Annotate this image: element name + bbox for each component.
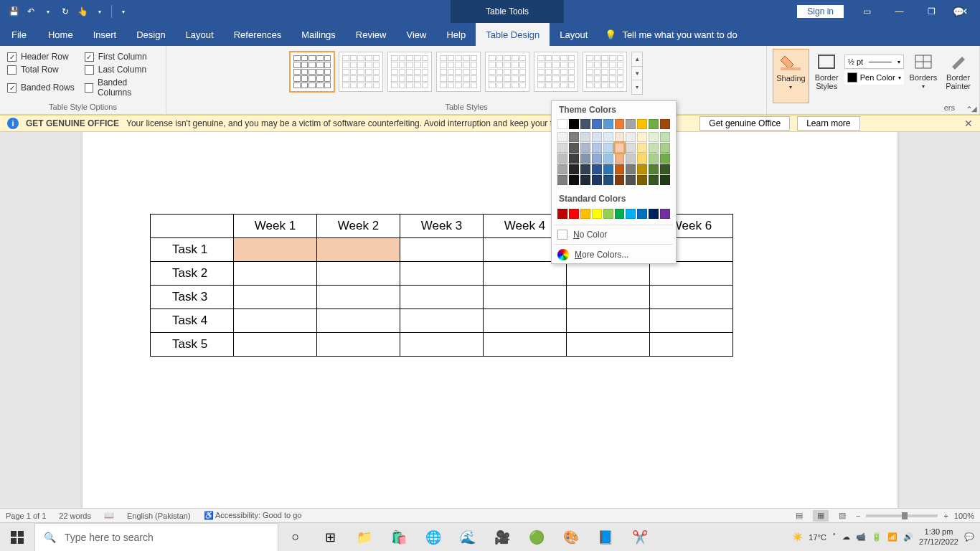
onedrive-icon[interactable]: ☁ bbox=[842, 532, 850, 542]
zoom-level[interactable]: 100% bbox=[954, 512, 974, 520]
qat-customize-icon[interactable]: ▾ bbox=[116, 4, 131, 19]
color-swatch[interactable] bbox=[580, 209, 590, 219]
color-swatch[interactable] bbox=[626, 143, 636, 153]
page[interactable]: Week 1 Week 2 Week 3 Week 4 Week 6 Task … bbox=[83, 132, 897, 508]
checkbox-first-column[interactable]: ✓First Column bbox=[85, 52, 159, 62]
color-swatch[interactable] bbox=[557, 154, 567, 164]
color-swatch[interactable] bbox=[592, 154, 602, 164]
color-swatch[interactable] bbox=[580, 132, 590, 142]
color-swatch[interactable] bbox=[626, 119, 636, 129]
no-color-item[interactable]: No Color bbox=[552, 227, 676, 242]
redo-icon[interactable]: ↻ bbox=[57, 4, 73, 19]
color-swatch[interactable] bbox=[557, 143, 567, 153]
color-swatch[interactable] bbox=[569, 175, 579, 185]
color-swatch[interactable] bbox=[569, 209, 579, 219]
meet-now-icon[interactable]: 📹 bbox=[856, 532, 866, 542]
color-swatch[interactable] bbox=[580, 175, 590, 185]
color-swatch[interactable] bbox=[603, 154, 613, 164]
paint-icon[interactable]: 🎨 bbox=[554, 523, 588, 552]
task-view-icon[interactable]: ⊞ bbox=[313, 523, 347, 552]
cortana-icon[interactable]: ○ bbox=[278, 523, 313, 552]
table-header-cell[interactable]: Week 1 bbox=[234, 215, 317, 238]
checkbox-header-row[interactable]: ✓Header Row bbox=[7, 52, 75, 62]
save-icon[interactable]: 💾 bbox=[6, 4, 22, 19]
web-layout-icon[interactable]: ▧ bbox=[834, 510, 850, 522]
signin-button[interactable]: Sign in bbox=[797, 5, 844, 18]
start-button[interactable] bbox=[0, 523, 34, 552]
color-swatch[interactable] bbox=[603, 164, 613, 174]
color-swatch[interactable] bbox=[615, 154, 625, 164]
table-style-thumb[interactable] bbox=[290, 52, 334, 92]
color-swatch[interactable] bbox=[649, 119, 659, 129]
tab-review[interactable]: Review bbox=[346, 23, 397, 46]
checkbox-last-column[interactable]: Last Column bbox=[85, 65, 159, 75]
battery-icon[interactable]: 🔋 bbox=[872, 532, 882, 542]
color-swatch[interactable] bbox=[603, 143, 613, 153]
color-swatch[interactable] bbox=[592, 132, 602, 142]
color-swatch[interactable] bbox=[557, 209, 567, 219]
zoom-in-icon[interactable]: + bbox=[943, 512, 948, 520]
color-swatch[interactable] bbox=[603, 119, 613, 129]
volume-icon[interactable]: 🔊 bbox=[903, 532, 913, 542]
table-header-cell[interactable] bbox=[151, 215, 234, 238]
color-swatch[interactable] bbox=[626, 164, 636, 174]
tab-layout[interactable]: Layout bbox=[176, 23, 224, 46]
tab-references[interactable]: References bbox=[224, 23, 291, 46]
color-swatch[interactable] bbox=[592, 143, 602, 153]
color-swatch[interactable] bbox=[660, 164, 670, 174]
color-swatch[interactable] bbox=[557, 132, 567, 142]
color-swatch[interactable] bbox=[660, 209, 670, 219]
more-colors-item[interactable]: More Colors... bbox=[552, 246, 676, 263]
color-swatch[interactable] bbox=[592, 119, 602, 129]
qat-dropdown-icon[interactable]: ▾ bbox=[92, 4, 108, 19]
color-swatch[interactable] bbox=[603, 209, 613, 219]
gallery-up-icon[interactable]: ▲ bbox=[632, 52, 642, 67]
color-swatch[interactable] bbox=[649, 154, 659, 164]
tab-view[interactable]: View bbox=[396, 23, 436, 46]
color-swatch[interactable] bbox=[592, 164, 602, 174]
shading-button[interactable]: Shading ▾ bbox=[773, 49, 809, 103]
color-swatch[interactable] bbox=[557, 164, 567, 174]
color-swatch[interactable] bbox=[626, 154, 636, 164]
color-swatch[interactable] bbox=[660, 143, 670, 153]
color-swatch[interactable] bbox=[615, 175, 625, 185]
zoom-out-icon[interactable]: − bbox=[856, 512, 860, 520]
color-swatch[interactable] bbox=[626, 132, 636, 142]
tab-layout-contextual[interactable]: Layout bbox=[550, 23, 598, 46]
collapse-ribbon-icon[interactable]: ⌃ bbox=[966, 105, 973, 115]
tab-design[interactable]: Design bbox=[126, 23, 175, 46]
color-swatch[interactable] bbox=[580, 164, 590, 174]
color-swatch[interactable] bbox=[660, 175, 670, 185]
tab-home[interactable]: Home bbox=[38, 23, 83, 46]
checkbox-banded-rows[interactable]: ✓Banded Rows bbox=[7, 77, 75, 98]
table-style-thumb[interactable] bbox=[583, 52, 627, 92]
color-swatch[interactable] bbox=[637, 119, 647, 129]
tab-file[interactable]: File bbox=[0, 23, 38, 46]
color-swatch[interactable] bbox=[637, 143, 647, 153]
border-painter-button[interactable]: Border Painter bbox=[943, 49, 974, 103]
gallery-down-icon[interactable]: ▼ bbox=[632, 67, 642, 81]
minimize-icon[interactable]: — bbox=[883, 0, 915, 23]
file-explorer-icon[interactable]: 📁 bbox=[347, 523, 382, 552]
pen-color-dropdown[interactable]: Pen Color ▾ bbox=[844, 70, 904, 85]
table-header-cell[interactable]: Week 3 bbox=[400, 215, 484, 238]
pen-weight-dropdown[interactable]: ½ pt▾ bbox=[844, 55, 904, 69]
share-icon[interactable]: 💬 bbox=[942, 0, 974, 23]
color-swatch[interactable] bbox=[637, 175, 647, 185]
color-swatch[interactable] bbox=[649, 143, 659, 153]
color-swatch[interactable] bbox=[649, 132, 659, 142]
page-indicator[interactable]: Page 1 of 1 bbox=[6, 512, 46, 520]
table-style-thumb[interactable] bbox=[534, 52, 578, 92]
ribbon-display-icon[interactable]: ▭ bbox=[851, 0, 883, 23]
color-swatch[interactable] bbox=[615, 143, 625, 153]
table-style-thumb[interactable] bbox=[339, 52, 383, 92]
color-swatch[interactable] bbox=[569, 119, 579, 129]
color-swatch[interactable] bbox=[603, 175, 613, 185]
gallery-scrollbar[interactable]: ▲ ▼ ▾ bbox=[631, 52, 643, 95]
accessibility-indicator[interactable]: ♿ Accessibility: Good to go bbox=[204, 511, 302, 520]
table-styles-gallery[interactable]: ▲ ▼ ▾ bbox=[288, 49, 644, 95]
color-swatch[interactable] bbox=[649, 209, 659, 219]
color-swatch[interactable] bbox=[569, 154, 579, 164]
color-swatch[interactable] bbox=[569, 143, 579, 153]
color-swatch[interactable] bbox=[637, 154, 647, 164]
